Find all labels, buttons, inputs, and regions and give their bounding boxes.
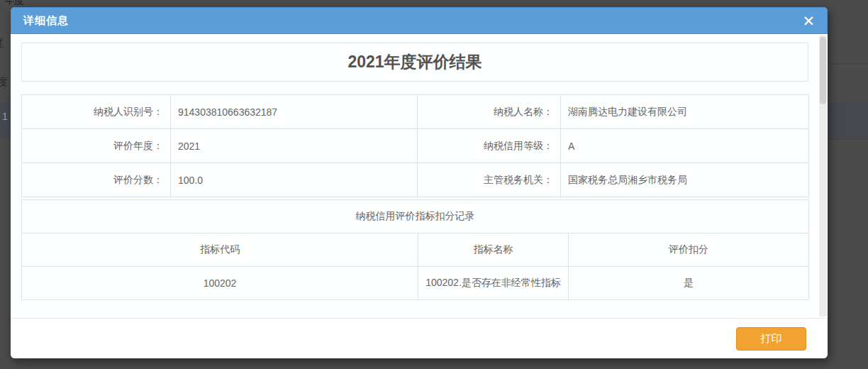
tax-authority-label: 主管税务机关： (418, 163, 561, 197)
tax-authority-value: 国家税务总局湘乡市税务局 (561, 163, 809, 197)
table-header-row: 指标代码 指标名称 评价扣分 (22, 233, 809, 267)
taxpayer-info-table: 纳税人识别号： 914303810663632187 纳税人名称： 湖南腾达电力… (21, 94, 809, 197)
modal-body: 2021年度评价结果 纳税人识别号： 914303810663632187 纳税… (11, 34, 828, 318)
indicator-name-cell: 100202.是否存在非经常性指标 (418, 267, 569, 300)
detail-modal: 详细信息 ✕ 2021年度评价结果 纳税人识别号： 91430381066363… (11, 7, 828, 358)
deduction-cell: 是 (569, 267, 809, 300)
column-header-indicator-name: 指标名称 (418, 233, 569, 267)
modal-header: 详细信息 ✕ (11, 7, 828, 34)
backdrop-fragment: 度 (0, 37, 4, 50)
page-backdrop: 年度 度 年度 1 详细信息 ✕ 2021年度评价结果 纳税人识别号： 9143… (0, 0, 868, 369)
backdrop-fragment: 1 (2, 111, 8, 122)
backdrop-row-band (828, 101, 868, 139)
taxpayer-id-label: 纳税人识别号： (22, 95, 171, 129)
scrollbar-thumb[interactable] (820, 37, 826, 104)
eval-score-value: 100.0 (171, 163, 418, 197)
backdrop-divider (828, 139, 868, 140)
table-row: 纳税信用评价指标扣分记录 (22, 200, 809, 233)
result-heading-box: 2021年度评价结果 (21, 43, 808, 82)
section-title: 纳税信用评价指标扣分记录 (22, 200, 809, 233)
backdrop-fragment: 年度 (4, 0, 24, 7)
taxpayer-id-value: 914303810663632187 (171, 95, 418, 129)
print-button[interactable]: 打印 (736, 327, 806, 351)
close-icon[interactable]: ✕ (799, 12, 818, 30)
table-row: 评价分数： 100.0 主管税务机关： 国家税务总局湘乡市税务局 (22, 163, 809, 197)
column-header-deduction: 评价扣分 (569, 233, 809, 267)
modal-title: 详细信息 (23, 14, 69, 28)
column-header-indicator-code: 指标代码 (22, 233, 418, 267)
eval-year-label: 评价年度： (22, 129, 171, 163)
table-row: 100202 100202.是否存在非经常性指标 是 (22, 267, 809, 300)
scrollbar-track[interactable] (819, 35, 827, 316)
taxpayer-name-label: 纳税人名称： (418, 95, 561, 129)
deduction-record-table: 纳税信用评价指标扣分记录 指标代码 指标名称 评价扣分 100202 10020… (21, 199, 809, 300)
taxpayer-name-value: 湖南腾达电力建设有限公司 (561, 95, 809, 129)
indicator-code-cell: 100202 (22, 267, 418, 300)
result-heading: 2021年度评价结果 (347, 51, 482, 73)
credit-grade-value: A (561, 129, 809, 163)
eval-year-value: 2021 (171, 129, 418, 163)
table-row: 纳税人识别号： 914303810663632187 纳税人名称： 湖南腾达电力… (22, 95, 809, 129)
modal-footer: 打印 (11, 318, 828, 358)
backdrop-divider (828, 64, 868, 65)
eval-score-label: 评价分数： (22, 163, 171, 197)
backdrop-fragment: 年度 (0, 76, 8, 89)
credit-grade-label: 纳税信用等级： (418, 129, 561, 163)
table-row: 评价年度： 2021 纳税信用等级： A (22, 129, 809, 163)
